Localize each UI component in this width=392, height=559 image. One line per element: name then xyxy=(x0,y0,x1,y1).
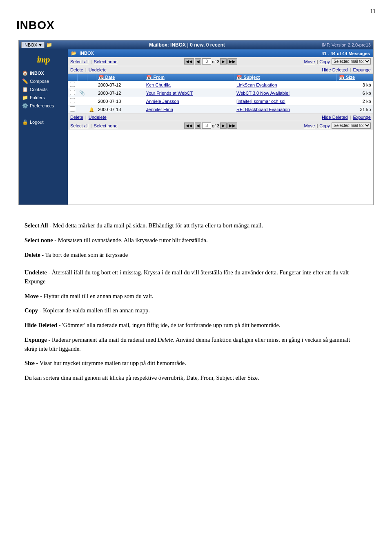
select-none-link-bottom[interactable]: Select none xyxy=(94,123,118,128)
row-from[interactable]: Ken Churilla xyxy=(144,81,234,89)
delete-link[interactable]: Delete xyxy=(70,67,83,72)
row-date: 2000-07-12 xyxy=(96,89,144,97)
copy-link-bottom[interactable]: Copy xyxy=(319,123,330,128)
term-copy: Copy xyxy=(24,307,38,314)
first-page-button-bottom[interactable]: ◀◀ xyxy=(184,122,194,129)
undelete-link[interactable]: Undelete xyxy=(89,67,107,72)
title-bar: INBOX ▼ 📁 Mailbox: INBOX | 0 new, 0 rece… xyxy=(19,40,373,49)
hide-deleted-link[interactable]: Hide Deleted xyxy=(322,67,348,72)
last-page-button-bottom[interactable]: ▶▶ xyxy=(227,122,237,129)
selected-mail-select-bottom[interactable]: Selected mail to: xyxy=(332,122,371,129)
row-from[interactable]: Anniele Jansson xyxy=(144,97,234,105)
sort-from-link[interactable]: 📅 From xyxy=(146,75,165,80)
row-subject[interactable]: [infaiter] sommar och sol xyxy=(234,97,336,105)
hide-deleted-link-bottom[interactable]: Hide Deleted xyxy=(322,115,348,120)
from-link[interactable]: Jennifer Flinn xyxy=(146,107,173,112)
attach-cell xyxy=(77,81,87,89)
row-size: 2 kb xyxy=(336,97,373,105)
inbox-title: INBOX xyxy=(80,51,94,56)
row-checkbox[interactable] xyxy=(70,98,75,103)
selected-mail-select[interactable]: Selected mail to: xyxy=(332,58,371,65)
move-link-bottom[interactable]: Move xyxy=(304,123,315,128)
subject-link[interactable]: RE: Blackboard Evaluation xyxy=(236,107,290,112)
flag-icon: 🔔 xyxy=(89,107,94,112)
term-move: Move xyxy=(24,293,39,299)
undelete-link-bottom[interactable]: Undelete xyxy=(89,115,107,120)
page-total-bottom: of 3 xyxy=(212,123,219,128)
sidebar-item-contacts[interactable]: 📋 Contacts xyxy=(19,85,68,94)
text-move: - Flyttar din mail till en annan map som… xyxy=(39,293,154,299)
mailbox-info: Mailbox: INBOX | 0 new, 0 recent xyxy=(149,42,225,48)
sort-subject-link[interactable]: 📅 Subject xyxy=(236,75,260,80)
row-subject[interactable]: WebCT 3.0 Now Available! xyxy=(234,89,336,97)
expunge-link[interactable]: Expunge xyxy=(353,67,371,72)
delete-actions-bottom: Delete | Undelete xyxy=(70,115,107,120)
attach-cell xyxy=(77,97,87,105)
inbox-selector[interactable]: INBOX ▼ xyxy=(21,42,45,48)
th-attach xyxy=(77,74,87,81)
text-hide-deleted: - 'Gömmer' alla raderade mail, ingen fif… xyxy=(57,322,280,328)
term-select-none: Select none xyxy=(24,237,53,243)
from-link[interactable]: Anniele Jansson xyxy=(146,99,179,104)
hide-expunge-actions-bottom: Hide Deleted | Expunge xyxy=(322,115,371,120)
inbox-icon-small: 📂 xyxy=(71,51,77,56)
page-input-bottom[interactable] xyxy=(202,122,211,129)
last-page-button[interactable]: ▶▶ xyxy=(227,58,237,65)
sidebar: imp 🏠 INBOX ✏️ Compose 📋 Contacts 📁 Fold… xyxy=(19,49,68,205)
delete-link-bottom[interactable]: Delete xyxy=(70,115,83,120)
th-size[interactable]: 📅 Size xyxy=(336,74,373,81)
row-checkbox[interactable] xyxy=(70,82,75,87)
description-area: Select All - Med detta märker du alla ma… xyxy=(16,217,351,383)
next-page-button[interactable]: ▶ xyxy=(220,58,227,65)
row-from[interactable]: Jennifer Flinn xyxy=(144,105,234,114)
subject-link[interactable]: [infaiter] sommar och sol xyxy=(236,99,285,104)
copy-link[interactable]: Copy xyxy=(319,59,330,64)
sidebar-item-folders[interactable]: 📁 Folders xyxy=(19,94,68,102)
row-from[interactable]: Your Friends at WebCT xyxy=(144,89,234,97)
row-subject[interactable]: RE: Blackboard Evaluation xyxy=(234,105,336,114)
term-size: Size xyxy=(24,360,35,366)
subject-link[interactable]: WebCT 3.0 Now Available! xyxy=(236,91,290,96)
sidebar-compose-label: Compose xyxy=(30,79,49,84)
desc-expunge: Expunge - Raderar permanent alla mail du… xyxy=(24,336,351,354)
desc-select-none: Select none - Motsatsen till ovanstående… xyxy=(24,236,351,245)
prev-page-button-bottom[interactable]: ◀ xyxy=(195,122,201,129)
page-input[interactable] xyxy=(202,58,211,65)
page-total: of 3 xyxy=(212,59,219,64)
th-checkbox xyxy=(68,74,77,81)
sort-size-link[interactable]: 📅 Size xyxy=(339,75,355,80)
sort-date-link[interactable]: 📅 Date xyxy=(98,75,115,80)
sidebar-item-compose[interactable]: ✏️ Compose xyxy=(19,77,68,85)
select-actions-bottom: Select all | Select none xyxy=(70,123,118,128)
prev-page-button[interactable]: ◀ xyxy=(195,58,201,65)
th-from[interactable]: 📅 From xyxy=(144,74,234,81)
select-none-link[interactable]: Select none xyxy=(94,59,118,64)
select-all-link-bottom[interactable]: Select all xyxy=(70,123,89,128)
th-subject[interactable]: 📅 Subject xyxy=(234,74,336,81)
desc-sort: Du kan sortera dina mail genom att klick… xyxy=(24,374,351,383)
row-subject[interactable]: LinkScan Evaluation xyxy=(234,81,336,89)
row-checkbox[interactable] xyxy=(70,106,75,111)
from-link[interactable]: Ken Churilla xyxy=(146,82,171,87)
sidebar-item-preferences[interactable]: ⚙️ Preferences xyxy=(19,102,68,110)
next-page-button-bottom[interactable]: ▶ xyxy=(220,122,227,129)
row-checkbox[interactable] xyxy=(70,90,75,95)
select-all-link[interactable]: Select all xyxy=(70,59,89,64)
sidebar-item-inbox[interactable]: 🏠 INBOX xyxy=(19,69,68,77)
row-date: 2000-07-13 xyxy=(96,97,144,105)
expunge-link-bottom[interactable]: Expunge xyxy=(353,115,371,120)
term-undelete: Undelete xyxy=(24,269,47,276)
subject-link[interactable]: LinkScan Evaluation xyxy=(236,82,277,87)
first-page-button[interactable]: ◀◀ xyxy=(184,58,194,65)
delete-actions: Delete | Undelete xyxy=(70,67,107,72)
sidebar-logout[interactable]: 🔒 Logout xyxy=(19,118,68,126)
folders-icon: 📁 xyxy=(22,95,28,100)
attachment-icon: 📎 xyxy=(79,90,85,95)
move-link[interactable]: Move xyxy=(304,59,315,64)
row-size: 6 kb xyxy=(336,89,373,97)
from-link[interactable]: Your Friends at WebCT xyxy=(146,91,193,96)
attach-cell: 📎 xyxy=(77,89,87,97)
th-date[interactable]: 📅 Date xyxy=(96,74,144,81)
term-hide-deleted: Hide Deleted xyxy=(24,322,57,328)
logo-text: imp xyxy=(37,54,49,65)
